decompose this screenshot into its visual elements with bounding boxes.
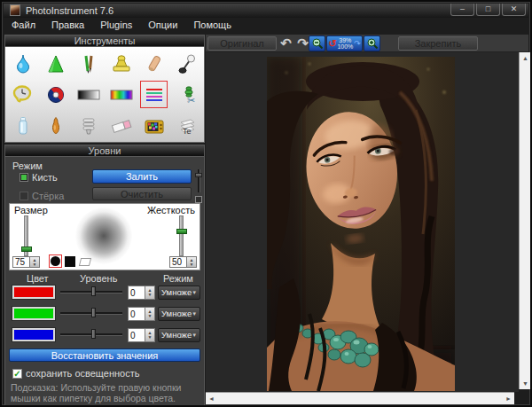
tool-spiral-lamp[interactable] (74, 112, 102, 139)
green-swatch[interactable] (12, 307, 55, 320)
eraser-checkbox[interactable]: Стёрка (20, 191, 64, 201)
tool-text-layers[interactable]: Te (173, 112, 200, 139)
tool-clamp-scissors[interactable]: ✂ (173, 81, 200, 108)
tool-rainbow-gradient[interactable] (107, 81, 135, 108)
red-level-slider[interactable] (60, 286, 122, 298)
bw-gradient-icon (76, 84, 101, 106)
original-button[interactable]: Оригинал (207, 36, 277, 51)
red-swatch[interactable] (12, 286, 55, 299)
hardness-slider-thumb[interactable] (176, 229, 187, 234)
blue-level-spinner[interactable]: ▲▼ (145, 328, 155, 342)
brush-checkbox[interactable]: Кисть (20, 172, 58, 183)
red-level-value[interactable]: 0 (128, 286, 145, 300)
column-mode: Режим (163, 273, 193, 284)
rainbow-gradient-icon (109, 84, 134, 106)
mini-slider-box[interactable] (195, 196, 202, 203)
menu-options[interactable]: Опции (140, 18, 185, 33)
tool-eraser[interactable] (107, 112, 135, 139)
zoom-in-button[interactable] (364, 35, 380, 51)
hardness-spinner[interactable]: ▲▼ (187, 256, 197, 268)
melting-clock-icon (12, 84, 35, 106)
close-button[interactable]: ✕ (502, 4, 526, 16)
hardness-value[interactable]: 50 (169, 256, 187, 268)
blue-level-value[interactable]: 0 (128, 328, 145, 342)
size-slider-thumb[interactable] (21, 247, 32, 252)
red-level-spinbox[interactable]: 0 ▲▼ (128, 286, 155, 300)
hardness-slider[interactable] (179, 215, 184, 256)
tool-levels[interactable] (140, 81, 168, 108)
opacity-mini-slider[interactable] (195, 169, 202, 205)
menu-bar: Файл Правка Plugins Опции Помощь (4, 18, 528, 33)
tool-melting-clock[interactable] (9, 81, 36, 108)
clear-button[interactable]: Очистить (92, 187, 192, 200)
undo-icon[interactable]: ↶ (278, 35, 294, 51)
tool-blur-drop[interactable] (9, 50, 36, 77)
zoom-out-button[interactable] (309, 35, 325, 51)
green-level-slider[interactable] (60, 307, 122, 319)
svg-text:✂: ✂ (187, 95, 195, 106)
menu-file[interactable]: Файл (4, 18, 43, 33)
vertical-scrollbar[interactable]: ▲ ▼ (519, 52, 531, 389)
hardness-spinbox[interactable]: 50 ▲▼ (169, 256, 197, 268)
size-spinner[interactable]: ▲▼ (30, 256, 40, 268)
green-level-value[interactable]: 0 (128, 307, 145, 321)
red-slider-thumb[interactable] (91, 286, 96, 296)
zoom-fit-percent: 39% (337, 37, 353, 43)
tool-cone[interactable] (42, 50, 69, 77)
tool-smudge-finger[interactable] (140, 50, 168, 77)
tool-clone-stamp[interactable] (107, 50, 135, 77)
zoom-full-percent: 100% (337, 43, 353, 50)
tool-pencil-brush[interactable] (74, 50, 102, 77)
tool-color-wheel[interactable] (42, 81, 69, 108)
green-level-spinner[interactable]: ▲▼ (145, 307, 155, 321)
mini-slider-thumb[interactable] (195, 173, 202, 177)
menu-plugins[interactable]: Plugins (92, 18, 140, 33)
red-level-spinner[interactable]: ▲▼ (145, 286, 155, 300)
zoom-reset-button[interactable]: ↺ 39% 100% ↷ (326, 35, 363, 51)
tool-bw-gradient[interactable] (74, 81, 102, 108)
eraser-icon (110, 115, 133, 137)
scroll-up-icon[interactable]: ▲ (520, 55, 531, 61)
tool-pin[interactable] (173, 50, 200, 77)
scroll-left-icon[interactable]: ◄ (208, 395, 215, 402)
levels-panel-title: Уровни (4, 145, 205, 157)
brush-shape-square[interactable] (65, 256, 75, 267)
size-spinbox[interactable]: 75 ▲▼ (12, 256, 40, 268)
stamp-icon (110, 53, 133, 74)
minimize-button[interactable]: – (450, 4, 474, 16)
horizontal-scrollbar[interactable]: ◄ ► (206, 392, 514, 404)
tool-tv-noise[interactable] (140, 112, 168, 139)
brush-shape-rect-outline[interactable] (79, 258, 91, 266)
check-icon: ✓ (12, 369, 22, 379)
title-bar[interactable]: PhotoInstrument 7.6 – □ ✕ (4, 4, 528, 18)
blue-slider-thumb[interactable] (91, 329, 96, 339)
maximize-button[interactable]: □ (476, 4, 500, 16)
green-level-spinbox[interactable]: 0 ▲▼ (128, 307, 155, 321)
blue-level-spinbox[interactable]: 0 ▲▼ (128, 328, 155, 342)
fill-button[interactable]: Залить (92, 169, 192, 184)
tv-noise-icon (143, 115, 166, 137)
brush-preview-circle (75, 207, 132, 264)
green-slider-thumb[interactable] (91, 308, 96, 317)
tool-glow-tube[interactable] (9, 112, 36, 139)
blue-swatch[interactable] (12, 328, 55, 341)
spiral-lamp-icon (78, 115, 99, 137)
scroll-right-icon[interactable]: ► (505, 395, 512, 402)
menu-edit[interactable]: Правка (43, 18, 92, 33)
blue-level-slider[interactable] (60, 328, 122, 340)
portrait-photo[interactable] (267, 57, 455, 391)
brush-shape-circle[interactable] (49, 254, 62, 268)
tool-vase[interactable] (42, 112, 69, 139)
keep-lighting-checkbox[interactable]: ✓ сохранить освещенность (12, 368, 139, 379)
menu-help[interactable]: Помощь (185, 18, 239, 33)
scroll-down-icon[interactable]: ▼ (520, 380, 531, 387)
size-slider[interactable] (24, 215, 28, 256)
green-mode-dropdown[interactable]: Умноже▼ (158, 307, 200, 321)
vase-icon (45, 115, 66, 137)
size-value[interactable]: 75 (12, 256, 30, 268)
levels-panel: Уровни Режим Кисть Залить Стёрка Очистит… (4, 145, 205, 407)
pin-button[interactable]: Закрепить (398, 36, 478, 51)
blue-mode-dropdown[interactable]: Умноже▼ (158, 328, 200, 342)
red-mode-dropdown[interactable]: Умноже▼ (158, 286, 200, 300)
restore-values-button[interactable]: Восстановить значения (9, 348, 200, 362)
